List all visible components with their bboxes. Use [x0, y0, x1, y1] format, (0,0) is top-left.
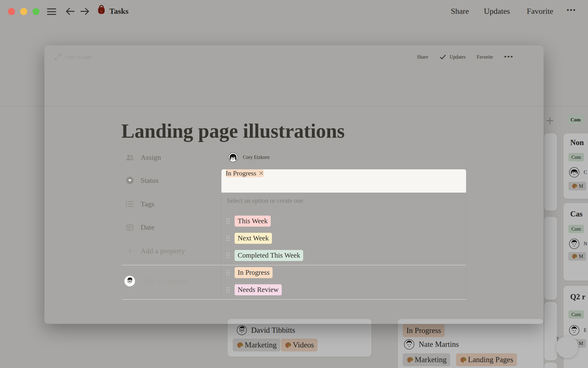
- assign-value[interactable]: Cory Etzkorn: [228, 152, 270, 162]
- modal-updates-button[interactable]: Updates: [439, 53, 466, 61]
- status-tag-input[interactable]: In Progress ✕: [221, 169, 466, 193]
- assignee-name: Cory Etzkorn: [243, 155, 270, 160]
- drag-handle-icon[interactable]: [226, 286, 230, 293]
- status-option-row[interactable]: In Progress: [226, 267, 273, 278]
- status-option-chip[interactable]: Next Week: [235, 233, 272, 244]
- selected-status-label: In Progress: [226, 169, 256, 177]
- property-label: Status: [141, 176, 159, 185]
- property-label: Assign: [141, 153, 161, 162]
- plus-icon: [126, 247, 134, 255]
- modal-favorite-button[interactable]: Favorite: [477, 54, 493, 60]
- status-option-chip[interactable]: Completed This Week: [235, 250, 303, 261]
- remove-tag-icon[interactable]: ✕: [259, 170, 264, 176]
- drag-handle-icon[interactable]: [226, 235, 230, 242]
- add-property-label: Add a property: [141, 247, 185, 255]
- modal-actions: Share Updates Favorite •••: [417, 53, 514, 61]
- open-as-page-button[interactable]: Open as page: [55, 53, 92, 60]
- drag-handle-icon[interactable]: [226, 252, 230, 259]
- status-option-row[interactable]: This Week: [226, 216, 271, 226]
- property-label: Date: [141, 223, 154, 232]
- status-option-chip[interactable]: This Week: [235, 216, 271, 227]
- zoom-window-button[interactable]: [32, 8, 40, 15]
- drag-handle-icon[interactable]: [226, 218, 230, 224]
- status-dropdown: In Progress ✕ Select an option or create…: [221, 169, 466, 301]
- status-option-row[interactable]: Needs Review: [226, 285, 282, 295]
- drag-handle-icon[interactable]: [226, 269, 230, 276]
- page-title[interactable]: Landing page illustrations: [121, 120, 345, 143]
- avatar: [125, 276, 135, 286]
- status-option-row[interactable]: Next Week: [226, 233, 272, 243]
- property-date[interactable]: Date: [126, 220, 154, 234]
- avatar: [228, 152, 238, 162]
- calendar-icon: [126, 223, 134, 231]
- people-icon: [126, 154, 134, 161]
- expand-diagonal-icon: [55, 53, 62, 60]
- property-assign[interactable]: Assign: [126, 151, 161, 164]
- modal-updates-label: Updates: [450, 54, 466, 60]
- property-label: Tags: [141, 200, 154, 208]
- open-as-page-label: Open as page: [65, 54, 92, 60]
- status-option-chip[interactable]: Needs Review: [235, 284, 282, 295]
- property-tags[interactable]: Tags: [126, 197, 154, 211]
- dropdown-hint: Select an option or create one: [227, 197, 303, 205]
- close-window-button[interactable]: [8, 8, 15, 15]
- list-icon: [126, 200, 134, 208]
- status-option-chip[interactable]: In Progress: [235, 267, 273, 278]
- status-option-row[interactable]: Completed This Week: [226, 250, 303, 261]
- modal-share-button[interactable]: Share: [417, 54, 428, 60]
- comment-input[interactable]: Add a comment...: [125, 276, 194, 286]
- add-property-button[interactable]: Add a property: [126, 244, 185, 258]
- modal-more-button[interactable]: •••: [504, 53, 514, 61]
- window-controls: [8, 8, 40, 15]
- selected-status-chip[interactable]: In Progress ✕: [226, 169, 264, 177]
- status-circle-icon: [126, 176, 134, 184]
- minimize-window-button[interactable]: [20, 8, 27, 15]
- property-status[interactable]: Status: [126, 174, 159, 187]
- app-window: Tasks Share Updates Favorite ••• Com Non…: [0, 0, 588, 368]
- check-icon: [439, 53, 447, 61]
- comment-placeholder: Add a comment...: [142, 277, 194, 285]
